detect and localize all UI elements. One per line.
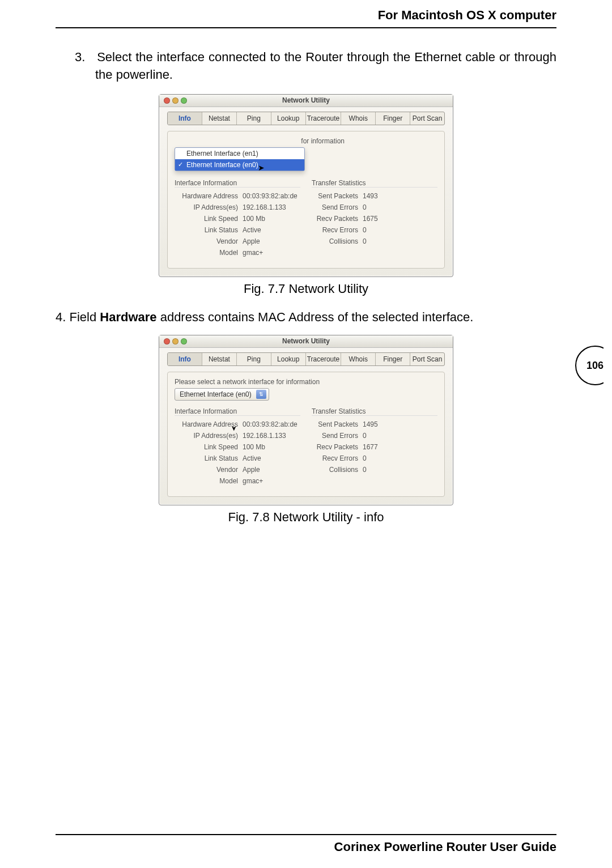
network-utility-window-1: Network Utility Info Netstat Ping Lookup… <box>159 94 453 277</box>
link-speed-value: 100 Mb <box>243 443 300 451</box>
step-4-prefix: 4. Field <box>56 310 100 324</box>
recv-packets-value: 1677 <box>363 443 437 451</box>
interface-info-title-2: Interface Information <box>175 407 300 416</box>
tab-bar: Info Netstat Ping Lookup Traceroute Whoi… <box>167 112 445 125</box>
tab-lookup[interactable]: Lookup <box>271 112 306 125</box>
ip-label: IP Address(es) <box>175 203 243 211</box>
link-status-label: Link Status <box>175 454 243 462</box>
tab-traceroute[interactable]: Traceroute <box>306 112 342 125</box>
transfer-stats-title-2: Transfer Statistics <box>312 407 437 416</box>
tab-bar-2: Info Netstat Ping Lookup Traceroute Whoi… <box>167 352 445 366</box>
link-speed-label: Link Speed <box>175 215 243 223</box>
vendor-label: Vendor <box>175 237 243 245</box>
recv-packets-label: Recv Packets <box>312 443 363 451</box>
interface-info-title: Interface Information <box>175 179 300 188</box>
vendor-label: Vendor <box>175 466 243 474</box>
figure-7-7-caption: Fig. 7.7 Network Utility <box>56 282 556 296</box>
sent-packets-label: Sent Packets <box>312 192 363 200</box>
recv-packets-label: Recv Packets <box>312 215 363 223</box>
info-pane: for information Ethernet Interface (en1)… <box>167 131 445 269</box>
collisions-value: 0 <box>363 237 437 245</box>
tab-netstat[interactable]: Netstat <box>202 112 237 125</box>
window-titlebar-2: Network Utility <box>159 335 453 348</box>
window-title-2: Network Utility <box>159 337 453 345</box>
window-titlebar: Network Utility <box>159 95 453 107</box>
info-pane-2: Please select a network interface for in… <box>167 372 445 497</box>
dropdown-selected-value: Ethernet Interface (en0) <box>180 390 252 398</box>
interface-dropdown-closed[interactable]: Ethernet Interface (en0) ⇅ <box>175 388 269 401</box>
step-4-suffix: address contains MAC Address of the sele… <box>157 310 474 324</box>
content-area: 3. Select the interface connected to the… <box>56 49 556 538</box>
tab-finger[interactable]: Finger <box>376 112 410 125</box>
link-status-label: Link Status <box>175 226 243 234</box>
link-speed-label: Link Speed <box>175 443 243 451</box>
page-number-badge: 106 <box>575 346 612 385</box>
step-4: 4. Field Hardware address contains MAC A… <box>56 310 556 325</box>
transfer-stats-col: Transfer Statistics Sent Packets1493 Sen… <box>312 176 437 260</box>
vendor-value: Apple <box>243 237 300 245</box>
tab-portscan[interactable]: Port Scan <box>410 112 444 125</box>
recv-errors-value: 0 <box>363 454 437 462</box>
collisions-value: 0 <box>363 466 437 474</box>
info-columns: Interface Information Hardware Address00… <box>175 176 437 260</box>
hw-addr-label: Hardware Address <box>175 420 243 428</box>
interface-info-col: Interface Information Hardware Address00… <box>175 176 300 260</box>
link-status-value: Active <box>243 454 300 462</box>
link-speed-value: 100 Mb <box>243 215 300 223</box>
send-errors-value: 0 <box>363 203 437 211</box>
tab-traceroute[interactable]: Traceroute <box>306 353 342 365</box>
tab-info[interactable]: Info <box>168 112 202 125</box>
tab-ping[interactable]: Ping <box>237 112 271 125</box>
vendor-value: Apple <box>243 466 300 474</box>
send-errors-label: Send Errors <box>312 203 363 211</box>
recv-errors-label: Recv Errors <box>312 226 363 234</box>
collisions-label: Collisions <box>312 237 363 245</box>
hw-addr-value: 00:03:93:82:ab:de <box>243 420 300 428</box>
tab-lookup[interactable]: Lookup <box>271 353 306 365</box>
sent-packets-label: Sent Packets <box>312 420 363 428</box>
transfer-stats-col-2: Transfer Statistics Sent Packets1495 Sen… <box>312 404 437 488</box>
tab-portscan[interactable]: Port Scan <box>410 353 444 365</box>
interface-dropdown-open[interactable]: Ethernet Interface (en1) Ethernet Interf… <box>175 147 305 171</box>
dropdown-option-en0-selected[interactable]: Ethernet Interface (en0) <box>175 159 304 171</box>
recv-errors-value: 0 <box>363 226 437 234</box>
recv-packets-value: 1675 <box>363 215 437 223</box>
hw-addr-label: Hardware Address <box>175 192 243 200</box>
cursor-icon: ➤ <box>258 163 265 172</box>
recv-errors-label: Recv Errors <box>312 454 363 462</box>
window-title: Network Utility <box>159 96 453 104</box>
tab-netstat[interactable]: Netstat <box>202 353 237 365</box>
send-errors-value: 0 <box>363 432 437 440</box>
ip-label: IP Address(es) <box>175 432 243 440</box>
model-value: gmac+ <box>243 477 300 485</box>
step-4-bold: Hardware <box>100 310 156 324</box>
transfer-stats-title: Transfer Statistics <box>312 179 437 188</box>
model-label: Model <box>175 249 243 257</box>
tab-ping[interactable]: Ping <box>237 353 271 365</box>
step-3-text: Select the interface connected to the Ro… <box>95 50 556 82</box>
step-3: 3. Select the interface connected to the… <box>56 49 556 84</box>
prompt-text-partial: for information <box>175 137 345 145</box>
footer-rule <box>56 834 556 835</box>
tab-whois[interactable]: Whois <box>341 112 376 125</box>
ip-value: 192.168.1.133 <box>243 432 300 440</box>
interface-info-col-2: Interface Information Hardware Address00… <box>175 404 300 488</box>
dropdown-option-en1[interactable]: Ethernet Interface (en1) <box>175 148 304 159</box>
step-3-number: 3. <box>75 50 85 64</box>
info-columns-2: Interface Information Hardware Address00… <box>175 404 437 488</box>
page-header: For Macintosh OS X computer <box>378 8 556 23</box>
tab-finger[interactable]: Finger <box>376 353 410 365</box>
send-errors-label: Send Errors <box>312 432 363 440</box>
header-rule <box>56 27 556 28</box>
link-status-value: Active <box>243 226 300 234</box>
network-utility-window-2: Network Utility Info Netstat Ping Lookup… <box>159 335 453 505</box>
dropdown-arrow-icon: ⇅ <box>256 390 266 399</box>
tab-info[interactable]: Info <box>168 353 202 365</box>
model-label: Model <box>175 477 243 485</box>
collisions-label: Collisions <box>312 466 363 474</box>
prompt-text-full: Please select a network interface for in… <box>175 378 437 386</box>
page-footer: Corinex Powerline Router User Guide <box>334 840 556 854</box>
tab-whois[interactable]: Whois <box>341 353 376 365</box>
sent-packets-value: 1493 <box>363 192 437 200</box>
ip-value: 192.168.1.133 <box>243 203 300 211</box>
